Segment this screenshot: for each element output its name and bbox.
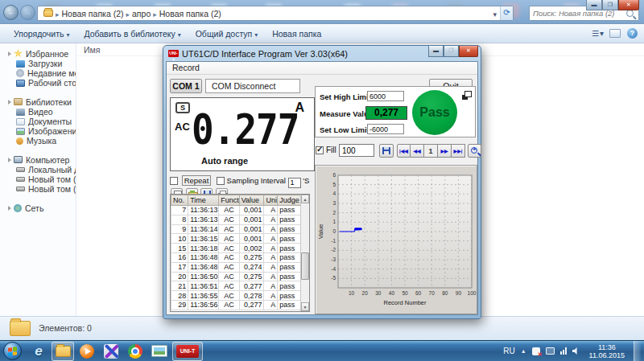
sidebar-item[interactable]: Видео	[0, 107, 76, 117]
add-to-library-button[interactable]: Добавить в библиотеку ▾	[76, 27, 188, 41]
repeat-checkbox[interactable]	[170, 177, 178, 185]
zoom-in-button[interactable]	[468, 144, 481, 158]
save-chart-button[interactable]	[379, 144, 394, 158]
share-button[interactable]: Общий доступ ▾	[188, 27, 265, 41]
new-folder-button[interactable]: Новая папка	[265, 27, 328, 41]
show-desktop-button[interactable]	[634, 341, 641, 361]
scroll-up-icon[interactable]: ▲	[301, 195, 309, 203]
expander-icon[interactable]	[8, 206, 11, 211]
column-header[interactable]: Function	[219, 195, 239, 206]
record-row[interactable]: 711:36:13AC0,001Apass	[171, 206, 301, 215]
sidebar-item[interactable]: Новый том (E:)	[0, 184, 76, 194]
sidebar-item[interactable]: Недавние места	[0, 68, 76, 78]
last-page-button[interactable]	[452, 144, 465, 158]
breadcrumb-item[interactable]: Новая папка (2)	[60, 9, 126, 18]
taskbar-unit-button[interactable]: UNI-T	[172, 342, 203, 361]
organize-button[interactable]: Упорядочить ▾	[6, 27, 76, 41]
maximize-button[interactable]: ❐	[602, 0, 618, 10]
taskbar-media-player-button[interactable]	[76, 342, 98, 361]
address-dropdown-icon[interactable]	[489, 9, 500, 18]
refresh-button[interactable]	[500, 6, 513, 20]
record-row[interactable]: 1611:36:48AC0,275Apass	[171, 252, 301, 262]
minimize-button[interactable]: ▬	[428, 46, 444, 57]
buffer-size-input[interactable]	[339, 144, 374, 157]
taskbar-explorer-button[interactable]	[52, 342, 74, 361]
expander-icon[interactable]	[8, 51, 11, 56]
menu-record[interactable]: Record	[172, 63, 200, 72]
record-row[interactable]: 1711:36:48AC0,274Apass	[171, 262, 301, 272]
low-limit-input[interactable]	[367, 124, 404, 134]
sidebar-item[interactable]: Локальный диск (C	[0, 165, 76, 174]
high-limit-input[interactable]	[367, 91, 404, 101]
previous-page-button[interactable]	[411, 144, 424, 158]
maximize-button[interactable]: ❐	[444, 46, 459, 57]
breadcrumb-item[interactable]: Новая папка (2)	[157, 9, 224, 18]
network-signal-icon[interactable]	[560, 347, 567, 355]
sidebar-group-star[interactable]: Избранное	[0, 48, 76, 59]
clock[interactable]: 11:36 11.06.2015	[586, 343, 628, 359]
close-button[interactable]: ✕	[459, 46, 478, 57]
sidebar-item[interactable]: Рабочий стол	[0, 78, 76, 88]
first-page-button[interactable]	[397, 144, 411, 158]
address-bar[interactable]: Новая папка (2)апроНовая папка (2)	[37, 6, 514, 21]
sidebar-group-library[interactable]: Библиотеки	[0, 96, 76, 107]
record-row[interactable]: 2811:36:55AC0,278Apass	[171, 291, 301, 301]
com-status-box[interactable]: COM Disconnect	[205, 79, 300, 93]
action-center-icon[interactable]	[532, 347, 540, 355]
sampling-interval-checkbox[interactable]	[217, 177, 225, 185]
sidebar-item[interactable]: Загрузки	[0, 59, 76, 68]
sidebar-group-network[interactable]: Сеть	[0, 203, 76, 213]
com-port-button[interactable]: COM 1	[170, 79, 202, 93]
record-row[interactable]: 1011:36:15AC0,001Apass	[171, 234, 301, 244]
minimize-button[interactable]: ▬	[586, 0, 602, 10]
display-tray-icon[interactable]	[546, 347, 555, 355]
hidden-icons-button[interactable]: ▲	[521, 348, 526, 354]
change-view-button[interactable]: ☰ ▾	[592, 29, 603, 38]
help-button[interactable]: ?	[627, 28, 638, 39]
column-header[interactable]: Value	[239, 195, 264, 206]
scroll-down-icon[interactable]: ▼	[301, 302, 309, 311]
record-row[interactable]: 911:36:14AC0,001Apass	[171, 224, 301, 234]
column-header[interactable]: Time	[188, 195, 219, 206]
sidebar-item[interactable]: Документы	[0, 117, 76, 126]
record-cell: 0,274	[239, 262, 264, 272]
column-header[interactable]: Judge	[278, 195, 301, 206]
scrollbar-thumb[interactable]	[301, 252, 309, 280]
expander-icon[interactable]	[8, 158, 11, 162]
overlap-windows-icon[interactable]	[462, 91, 472, 100]
taskbar-kmplayer-button[interactable]	[100, 342, 122, 361]
record-row[interactable]: 2111:36:51AC0,277Apass	[171, 281, 301, 291]
taskbar-photos-button[interactable]	[148, 342, 171, 361]
sidebar-item[interactable]: Новый том (D:)	[0, 174, 76, 184]
record-cell: A	[264, 272, 278, 281]
breadcrumb-item[interactable]: апро	[130, 9, 153, 18]
fill-checkbox[interactable]	[316, 146, 324, 154]
close-button[interactable]: ✕	[618, 0, 639, 10]
column-header[interactable]: No.	[171, 195, 188, 206]
preview-pane-button[interactable]	[609, 29, 621, 38]
forward-button[interactable]: →	[20, 5, 35, 20]
next-page-button[interactable]	[438, 144, 452, 158]
language-indicator[interactable]: RU	[503, 347, 514, 355]
sidebar-item[interactable]: Изображения	[0, 126, 76, 136]
svg-text:-5: -5	[331, 275, 336, 281]
volume-icon[interactable]	[572, 347, 580, 355]
record-cell: 11:36:18	[188, 244, 219, 253]
table-header-row[interactable]: No.TimeFunctionValueUnitJudge	[171, 195, 301, 206]
ut61-titlebar[interactable]: UNI-T UT61C/D Interface Program Ver 3.03…	[166, 46, 478, 61]
taskbar-ie-button[interactable]: e	[27, 342, 50, 361]
expander-icon[interactable]	[8, 100, 11, 105]
record-row[interactable]: 811:36:13AC0,001Apass	[171, 215, 301, 224]
record-row[interactable]: 2911:36:56AC0,277Apass	[171, 300, 301, 310]
table-scrollbar[interactable]: ▲ ▼	[300, 195, 309, 311]
back-button[interactable]: ←	[3, 5, 19, 20]
explorer-titlebar[interactable]: ← → Новая папка (2)апроНовая папка (2) ▬…	[0, 0, 644, 24]
sidebar-group-computer[interactable]: Компьютер	[0, 154, 76, 165]
record-row[interactable]: 1511:36:18AC0,002Apass	[171, 244, 301, 253]
column-header[interactable]: Unit	[264, 195, 278, 206]
record-row[interactable]: 2011:36:50AC0,275Apass	[171, 272, 301, 281]
start-button[interactable]	[3, 342, 22, 360]
interval-input[interactable]	[288, 178, 301, 188]
taskbar-chrome-button[interactable]	[124, 342, 147, 361]
sidebar-item[interactable]: Музыка	[0, 136, 76, 146]
